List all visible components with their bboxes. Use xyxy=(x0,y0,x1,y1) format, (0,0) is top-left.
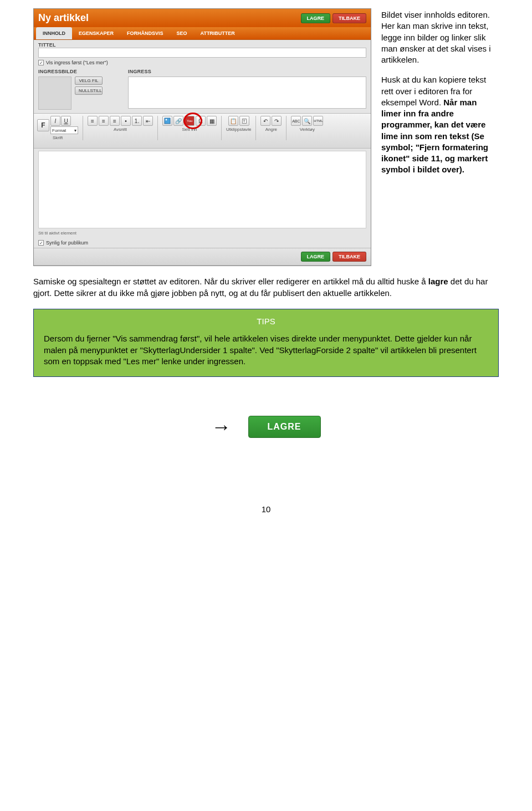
side-explanation: Bildet viser innholds editoren. Her kan … xyxy=(381,8,499,185)
side-p1: Bildet viser innholds editoren. Her kan … xyxy=(381,9,499,65)
ribbon-group-avsnitt: ≡ ≡ ≡ • 1. ⇤ Avsnitt xyxy=(88,116,153,140)
checkbox-vis-ingress[interactable]: ✓ xyxy=(38,60,44,65)
side-p2: Husk at du kan kopiere tekst rett over i… xyxy=(381,74,499,175)
header-back-button[interactable]: TILBAKE xyxy=(332,13,366,23)
tips-title: TIPS xyxy=(44,316,488,328)
content-editor-area[interactable] xyxy=(38,151,366,228)
image-icon[interactable] xyxy=(162,116,172,126)
caption-utklipp: Utklippstavle xyxy=(226,127,251,132)
caption-avsnitt: Avsnitt xyxy=(114,127,127,132)
editor-toolbar: F I U Format▾ Skrift ≡ xyxy=(34,113,371,149)
list-ul-icon[interactable]: • xyxy=(121,116,131,126)
big-save-button[interactable]: LAGRE xyxy=(248,416,321,438)
paste-icon[interactable]: 📋 xyxy=(228,116,238,126)
align-left-icon[interactable]: ≡ xyxy=(88,116,98,126)
footer-save-button[interactable]: LAGRE xyxy=(301,252,331,262)
ribbon-group-utklipp: 📋 T Utklippstavle xyxy=(226,116,251,140)
bold-icon[interactable]: F xyxy=(37,119,49,131)
undo-icon[interactable]: ↶ xyxy=(260,116,270,126)
tab-seo[interactable]: SEO xyxy=(170,27,194,39)
tips-box: TIPS Dersom du fjerner "Vis sammendrag f… xyxy=(33,309,499,377)
html-icon[interactable]: HTML xyxy=(313,116,323,126)
velg-fil-button[interactable]: VELG FIL xyxy=(75,76,103,85)
body-paragraph: Samiske og spesialtegn er støttet av edi… xyxy=(33,276,499,299)
editor-tabs: INNHOLD EGENSKAPER FORHÅNDSVIS SEO ATTRI… xyxy=(34,27,371,40)
editor-header: Ny artikkel LAGRE TILBAKE xyxy=(34,9,371,27)
tips-text: Dersom du fjerner "Vis sammendrag først"… xyxy=(44,333,488,368)
tab-attributter[interactable]: ATTRIBUTTER xyxy=(194,27,242,39)
tab-egenskaper[interactable]: EGENSKAPER xyxy=(72,27,120,39)
align-right-icon[interactable]: ≡ xyxy=(110,116,120,126)
caption-verktoy: Verktøy xyxy=(300,127,315,132)
caption-skrift: Skrift xyxy=(53,135,63,140)
page-number: 10 xyxy=(33,504,499,514)
italic-icon[interactable]: I xyxy=(50,116,60,126)
footer-back-button[interactable]: TILBAKE xyxy=(332,252,366,262)
ingress-textarea[interactable] xyxy=(128,76,366,109)
tab-innhold[interactable]: INNHOLD xyxy=(36,27,72,39)
label-aktivt-element: Sti til aktivt element xyxy=(34,231,371,238)
editor-title: Ny artikkel xyxy=(38,12,89,24)
nullstill-button[interactable]: NULLSTILL xyxy=(75,86,103,95)
label-synlig: Synlig for publikum xyxy=(46,240,88,246)
paste-plain-icon[interactable]: T xyxy=(239,116,249,126)
list-ol-icon[interactable]: 1. xyxy=(132,116,142,126)
spellcheck-icon[interactable]: ABC xyxy=(291,116,301,126)
link-icon[interactable]: 🔗 xyxy=(173,116,183,126)
arrow-right-icon: → xyxy=(212,417,232,437)
caption-angre: Angre xyxy=(265,127,277,132)
align-center-icon[interactable]: ≡ xyxy=(99,116,109,126)
label-ingressbilde: INGRESSBILDE xyxy=(38,69,121,74)
format-select[interactable]: Format▾ xyxy=(50,126,78,134)
find-icon[interactable]: 🔍 xyxy=(302,116,312,126)
ribbon-group-verktoy: ABC 🔍 HTML Verktøy xyxy=(291,116,323,140)
editor-screenshot: Ny artikkel LAGRE TILBAKE INNHOLD EGENSK… xyxy=(33,8,371,266)
ingress-image-box[interactable] xyxy=(38,76,71,110)
red-circle-annotation xyxy=(183,113,202,129)
ribbon-group-skrift: F I U Format▾ Skrift xyxy=(37,116,78,140)
ribbon-group-angre: ↶ ↷ Angre xyxy=(260,116,282,140)
redo-icon[interactable]: ↷ xyxy=(272,116,282,126)
svg-point-1 xyxy=(166,119,167,121)
svg-rect-0 xyxy=(165,118,170,124)
label-vis-ingress: Vis ingress først ("Les mer") xyxy=(46,60,108,65)
outdent-icon[interactable]: ⇤ xyxy=(143,116,153,126)
checkbox-synlig[interactable]: ✓ xyxy=(38,240,44,246)
tab-forhandsvis[interactable]: FORHÅNDSVIS xyxy=(120,27,170,39)
table-icon[interactable]: ▦ xyxy=(207,116,217,126)
underline-icon[interactable]: U xyxy=(61,116,71,126)
header-save-button[interactable]: LAGRE xyxy=(301,13,331,23)
label-ingress: INGRESS xyxy=(128,69,366,74)
label-tittel: TITTEL xyxy=(38,42,366,48)
title-input[interactable] xyxy=(38,48,366,58)
